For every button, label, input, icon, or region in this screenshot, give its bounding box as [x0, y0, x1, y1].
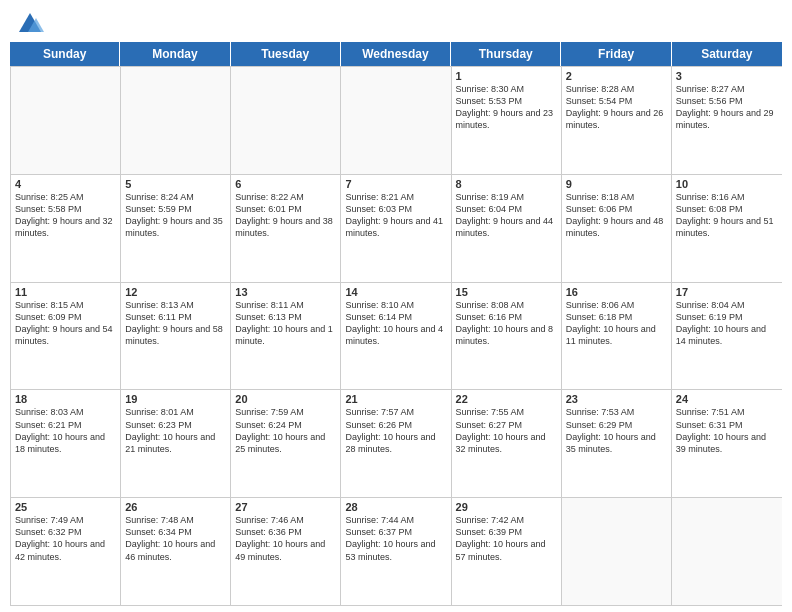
cal-cell: 15Sunrise: 8:08 AMSunset: 6:16 PMDayligh… [452, 283, 562, 390]
cell-info: Sunrise: 8:04 AMSunset: 6:19 PMDaylight:… [676, 299, 778, 348]
cell-info: Sunrise: 8:24 AMSunset: 5:59 PMDaylight:… [125, 191, 226, 240]
cell-info: Sunrise: 8:03 AMSunset: 6:21 PMDaylight:… [15, 406, 116, 455]
day-number: 2 [566, 70, 667, 82]
cell-info: Sunrise: 8:22 AMSunset: 6:01 PMDaylight:… [235, 191, 336, 240]
day-number: 24 [676, 393, 778, 405]
day-number: 19 [125, 393, 226, 405]
day-number: 18 [15, 393, 116, 405]
cal-cell: 12Sunrise: 8:13 AMSunset: 6:11 PMDayligh… [121, 283, 231, 390]
cal-cell: 3Sunrise: 8:27 AMSunset: 5:56 PMDaylight… [672, 67, 782, 174]
day-number: 23 [566, 393, 667, 405]
day-number: 10 [676, 178, 778, 190]
cal-cell: 11Sunrise: 8:15 AMSunset: 6:09 PMDayligh… [11, 283, 121, 390]
cell-info: Sunrise: 7:44 AMSunset: 6:37 PMDaylight:… [345, 514, 446, 563]
cell-info: Sunrise: 7:46 AMSunset: 6:36 PMDaylight:… [235, 514, 336, 563]
cal-row-2: 11Sunrise: 8:15 AMSunset: 6:09 PMDayligh… [11, 282, 782, 390]
cell-info: Sunrise: 8:19 AMSunset: 6:04 PMDaylight:… [456, 191, 557, 240]
day-number: 29 [456, 501, 557, 513]
day-number: 25 [15, 501, 116, 513]
cal-cell: 1Sunrise: 8:30 AMSunset: 5:53 PMDaylight… [452, 67, 562, 174]
cell-info: Sunrise: 7:49 AMSunset: 6:32 PMDaylight:… [15, 514, 116, 563]
cal-cell: 26Sunrise: 7:48 AMSunset: 6:34 PMDayligh… [121, 498, 231, 605]
cal-cell: 18Sunrise: 8:03 AMSunset: 6:21 PMDayligh… [11, 390, 121, 497]
cal-cell: 17Sunrise: 8:04 AMSunset: 6:19 PMDayligh… [672, 283, 782, 390]
cal-cell: 6Sunrise: 8:22 AMSunset: 6:01 PMDaylight… [231, 175, 341, 282]
cell-info: Sunrise: 8:08 AMSunset: 6:16 PMDaylight:… [456, 299, 557, 348]
calendar-body: 1Sunrise: 8:30 AMSunset: 5:53 PMDaylight… [10, 66, 782, 606]
day-number: 20 [235, 393, 336, 405]
day-number: 6 [235, 178, 336, 190]
cell-info: Sunrise: 8:21 AMSunset: 6:03 PMDaylight:… [345, 191, 446, 240]
header-day-thursday: Thursday [451, 42, 561, 66]
cell-info: Sunrise: 7:59 AMSunset: 6:24 PMDaylight:… [235, 406, 336, 455]
cell-info: Sunrise: 8:13 AMSunset: 6:11 PMDaylight:… [125, 299, 226, 348]
day-number: 14 [345, 286, 446, 298]
cell-info: Sunrise: 7:57 AMSunset: 6:26 PMDaylight:… [345, 406, 446, 455]
cal-cell: 4Sunrise: 8:25 AMSunset: 5:58 PMDaylight… [11, 175, 121, 282]
cal-cell: 25Sunrise: 7:49 AMSunset: 6:32 PMDayligh… [11, 498, 121, 605]
cell-info: Sunrise: 8:15 AMSunset: 6:09 PMDaylight:… [15, 299, 116, 348]
cal-cell: 21Sunrise: 7:57 AMSunset: 6:26 PMDayligh… [341, 390, 451, 497]
day-number: 4 [15, 178, 116, 190]
page: SundayMondayTuesdayWednesdayThursdayFrid… [0, 0, 792, 612]
cell-info: Sunrise: 8:11 AMSunset: 6:13 PMDaylight:… [235, 299, 336, 348]
calendar: SundayMondayTuesdayWednesdayThursdayFrid… [0, 42, 792, 612]
day-number: 26 [125, 501, 226, 513]
cal-cell: 28Sunrise: 7:44 AMSunset: 6:37 PMDayligh… [341, 498, 451, 605]
day-number: 3 [676, 70, 778, 82]
cell-info: Sunrise: 8:10 AMSunset: 6:14 PMDaylight:… [345, 299, 446, 348]
header-day-saturday: Saturday [672, 42, 782, 66]
day-number: 21 [345, 393, 446, 405]
day-number: 22 [456, 393, 557, 405]
header-day-tuesday: Tuesday [231, 42, 341, 66]
cell-info: Sunrise: 7:53 AMSunset: 6:29 PMDaylight:… [566, 406, 667, 455]
cell-info: Sunrise: 7:42 AMSunset: 6:39 PMDaylight:… [456, 514, 557, 563]
day-number: 7 [345, 178, 446, 190]
cal-row-4: 25Sunrise: 7:49 AMSunset: 6:32 PMDayligh… [11, 497, 782, 605]
cal-row-0: 1Sunrise: 8:30 AMSunset: 5:53 PMDaylight… [11, 66, 782, 174]
cal-cell: 7Sunrise: 8:21 AMSunset: 6:03 PMDaylight… [341, 175, 451, 282]
cal-cell: 19Sunrise: 8:01 AMSunset: 6:23 PMDayligh… [121, 390, 231, 497]
cell-info: Sunrise: 8:27 AMSunset: 5:56 PMDaylight:… [676, 83, 778, 132]
header-day-friday: Friday [561, 42, 671, 66]
day-number: 9 [566, 178, 667, 190]
cal-cell: 2Sunrise: 8:28 AMSunset: 5:54 PMDaylight… [562, 67, 672, 174]
cell-info: Sunrise: 8:30 AMSunset: 5:53 PMDaylight:… [456, 83, 557, 132]
day-number: 12 [125, 286, 226, 298]
cal-row-3: 18Sunrise: 8:03 AMSunset: 6:21 PMDayligh… [11, 389, 782, 497]
day-number: 1 [456, 70, 557, 82]
cell-info: Sunrise: 7:48 AMSunset: 6:34 PMDaylight:… [125, 514, 226, 563]
cal-cell [11, 67, 121, 174]
cal-cell: 16Sunrise: 8:06 AMSunset: 6:18 PMDayligh… [562, 283, 672, 390]
header-day-sunday: Sunday [10, 42, 120, 66]
header [0, 0, 792, 42]
cal-row-1: 4Sunrise: 8:25 AMSunset: 5:58 PMDaylight… [11, 174, 782, 282]
header-day-wednesday: Wednesday [341, 42, 451, 66]
cell-info: Sunrise: 8:18 AMSunset: 6:06 PMDaylight:… [566, 191, 667, 240]
cell-info: Sunrise: 8:16 AMSunset: 6:08 PMDaylight:… [676, 191, 778, 240]
day-number: 13 [235, 286, 336, 298]
cal-cell: 10Sunrise: 8:16 AMSunset: 6:08 PMDayligh… [672, 175, 782, 282]
cal-cell: 20Sunrise: 7:59 AMSunset: 6:24 PMDayligh… [231, 390, 341, 497]
cell-info: Sunrise: 8:01 AMSunset: 6:23 PMDaylight:… [125, 406, 226, 455]
day-number: 11 [15, 286, 116, 298]
cal-cell [231, 67, 341, 174]
cell-info: Sunrise: 7:51 AMSunset: 6:31 PMDaylight:… [676, 406, 778, 455]
cal-cell: 5Sunrise: 8:24 AMSunset: 5:59 PMDaylight… [121, 175, 231, 282]
cal-cell: 29Sunrise: 7:42 AMSunset: 6:39 PMDayligh… [452, 498, 562, 605]
day-number: 28 [345, 501, 446, 513]
cal-cell: 27Sunrise: 7:46 AMSunset: 6:36 PMDayligh… [231, 498, 341, 605]
calendar-header: SundayMondayTuesdayWednesdayThursdayFrid… [10, 42, 782, 66]
cell-info: Sunrise: 8:06 AMSunset: 6:18 PMDaylight:… [566, 299, 667, 348]
cal-cell: 23Sunrise: 7:53 AMSunset: 6:29 PMDayligh… [562, 390, 672, 497]
header-day-monday: Monday [120, 42, 230, 66]
cell-info: Sunrise: 8:25 AMSunset: 5:58 PMDaylight:… [15, 191, 116, 240]
cell-info: Sunrise: 7:55 AMSunset: 6:27 PMDaylight:… [456, 406, 557, 455]
logo [16, 10, 48, 38]
cal-cell [341, 67, 451, 174]
day-number: 17 [676, 286, 778, 298]
cal-cell [562, 498, 672, 605]
cal-cell [121, 67, 231, 174]
cal-cell: 22Sunrise: 7:55 AMSunset: 6:27 PMDayligh… [452, 390, 562, 497]
cal-cell: 8Sunrise: 8:19 AMSunset: 6:04 PMDaylight… [452, 175, 562, 282]
